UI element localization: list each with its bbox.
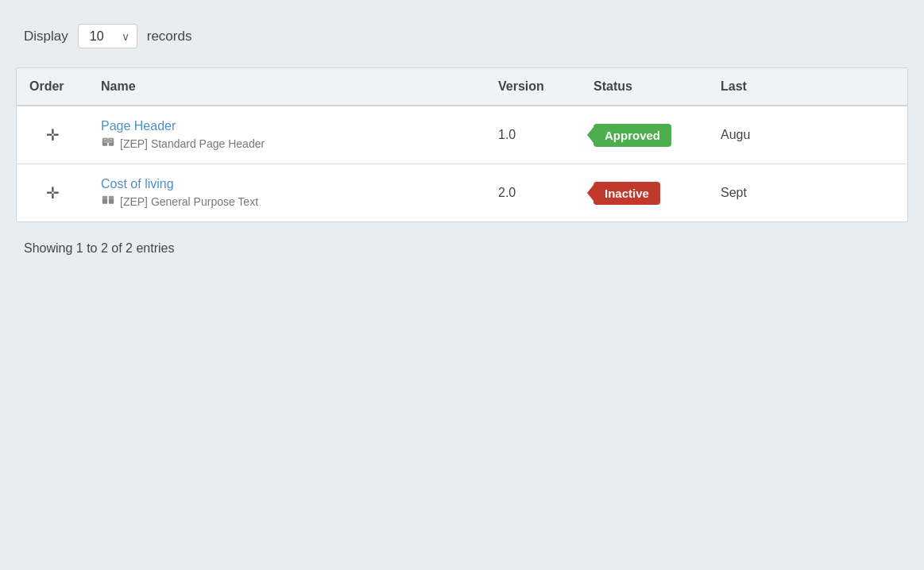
svg-rect-7 xyxy=(102,196,107,200)
top-controls: Display 10 25 50 100 records xyxy=(16,24,908,48)
table-row: ✛ Cost of living [ZEP] General Purpose T… xyxy=(17,164,907,222)
table-header-row: Order Name Version Status Last xyxy=(17,68,907,106)
col-header-name: Name xyxy=(88,68,485,106)
col-header-last: Last xyxy=(708,68,907,106)
component-icon xyxy=(101,137,115,151)
svg-rect-4 xyxy=(109,138,114,142)
version-cell-2: 2.0 xyxy=(485,164,581,222)
name-link-1[interactable]: Page Header xyxy=(101,119,473,133)
records-label: records xyxy=(147,29,192,44)
entries-summary: Showing 1 to 2 of 2 entries xyxy=(16,238,908,259)
status-cell-2: Inactive xyxy=(581,164,708,222)
drag-handle-icon[interactable]: ✛ xyxy=(46,126,60,144)
status-badge-approved: Approved xyxy=(593,124,671,147)
data-table: Order Name Version Status Last xyxy=(17,68,907,221)
last-cell-2: Sept xyxy=(708,164,907,222)
name-link-2[interactable]: Cost of living xyxy=(101,177,473,191)
per-page-select[interactable]: 10 25 50 100 xyxy=(78,24,137,48)
name-cell-1: Page Header [ZEP] Standard Page Header xyxy=(88,106,485,164)
name-sub-2: [ZEP] General Purpose Text xyxy=(101,194,473,209)
drag-handle-icon[interactable]: ✛ xyxy=(46,184,60,202)
name-cell-2: Cost of living [ZEP] General Purpose Tex… xyxy=(88,164,485,222)
data-table-container: Order Name Version Status Last xyxy=(16,67,908,222)
col-header-status: Status xyxy=(581,68,708,106)
order-cell-1: ✛ xyxy=(17,106,88,164)
col-header-version: Version xyxy=(485,68,581,106)
status-badge-inactive: Inactive xyxy=(593,182,660,205)
svg-rect-5 xyxy=(102,198,107,203)
name-sub-1: [ZEP] Standard Page Header xyxy=(101,137,473,151)
order-cell-2: ✛ xyxy=(17,164,88,222)
per-page-select-wrapper[interactable]: 10 25 50 100 xyxy=(78,24,137,48)
svg-rect-3 xyxy=(102,138,107,142)
last-cell-1: Augu xyxy=(708,106,907,164)
col-header-order: Order xyxy=(17,68,88,106)
display-label: Display xyxy=(24,29,68,44)
status-cell-1: Approved xyxy=(581,106,708,164)
svg-rect-6 xyxy=(109,198,114,203)
svg-rect-8 xyxy=(109,196,114,200)
table-row: ✛ Page Header [ZEP] Standard Page xyxy=(17,106,907,164)
component-icon xyxy=(101,194,115,209)
version-cell-1: 1.0 xyxy=(485,106,581,164)
